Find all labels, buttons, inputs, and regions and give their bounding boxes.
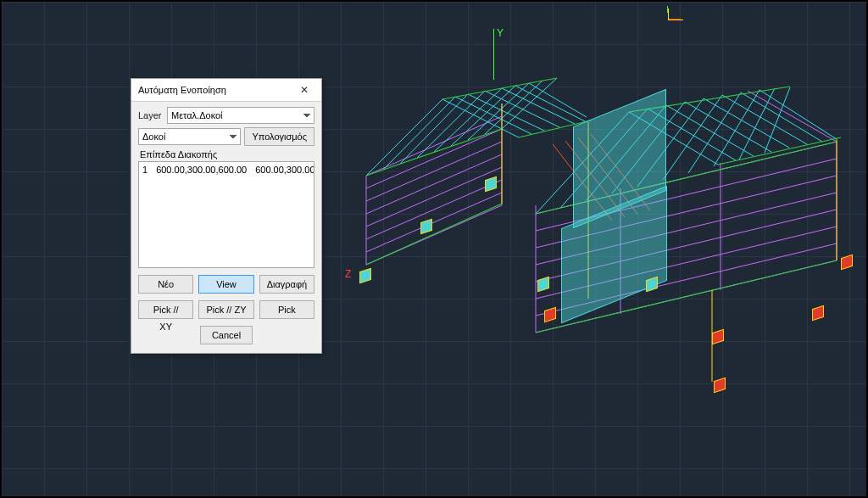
calculate-button[interactable]: Υπολογισμός <box>244 127 314 146</box>
svg-line-56 <box>685 102 771 152</box>
ucs-icon <box>668 8 683 20</box>
levels-label: Επίπεδα Διακοπής <box>140 149 314 159</box>
svg-line-10 <box>366 99 442 176</box>
view-button[interactable]: View <box>198 275 253 294</box>
list-item[interactable]: 1 600.00,300.00,600.00 600.00,300.00,0.0… <box>141 164 312 176</box>
svg-line-60 <box>760 90 837 139</box>
pick-zy-button[interactable]: Pick // ZY <box>198 300 253 319</box>
svg-line-4 <box>366 154 502 214</box>
cad-viewport[interactable]: Y Z <box>0 0 868 498</box>
svg-line-6 <box>366 129 502 188</box>
layer-select[interactable]: Μεταλ.Δοκοί <box>167 107 314 124</box>
auto-merge-dialog: Αυτόματη Ενοποίηση ✕ Layer Μεταλ.Δοκοί Δ… <box>131 78 322 354</box>
svg-line-1 <box>366 193 502 252</box>
svg-line-50 <box>714 90 760 166</box>
svg-line-25 <box>529 83 587 117</box>
element-type-select[interactable]: Δοκοί <box>138 128 241 145</box>
close-icon[interactable]: ✕ <box>292 82 316 98</box>
svg-line-58 <box>722 95 807 144</box>
pick-button[interactable]: Pick <box>259 300 314 319</box>
svg-line-51 <box>739 88 775 159</box>
svg-line-59 <box>741 92 822 142</box>
layer-label: Layer <box>138 110 164 120</box>
svg-line-11 <box>383 97 455 170</box>
cancel-button[interactable]: Cancel <box>200 326 253 344</box>
delete-button[interactable]: Διαγραφή <box>259 275 314 294</box>
svg-line-20 <box>455 97 531 134</box>
dialog-titlebar[interactable]: Αυτόματη Ενοποίηση ✕ <box>131 79 321 102</box>
pick-xy-button[interactable]: Pick // XY <box>138 300 193 319</box>
svg-line-12 <box>400 94 468 164</box>
svg-line-5 <box>366 142 502 201</box>
svg-line-19 <box>442 99 519 137</box>
levels-listbox[interactable]: 1 600.00,300.00,600.00 600.00,300.00,0.0… <box>138 161 314 268</box>
dialog-title: Αυτόματη Ενοποίηση <box>138 85 226 95</box>
axis-y-label: Y <box>497 27 504 39</box>
svg-line-26 <box>366 129 502 176</box>
svg-line-22 <box>485 91 559 127</box>
svg-line-3 <box>366 167 502 227</box>
svg-line-2 <box>366 180 502 239</box>
svg-line-14 <box>434 88 502 152</box>
new-button[interactable]: Νέο <box>138 275 193 294</box>
svg-line-64 <box>718 137 841 165</box>
svg-line-27 <box>442 78 557 99</box>
svg-line-24 <box>515 86 587 122</box>
svg-line-29 <box>366 204 502 265</box>
